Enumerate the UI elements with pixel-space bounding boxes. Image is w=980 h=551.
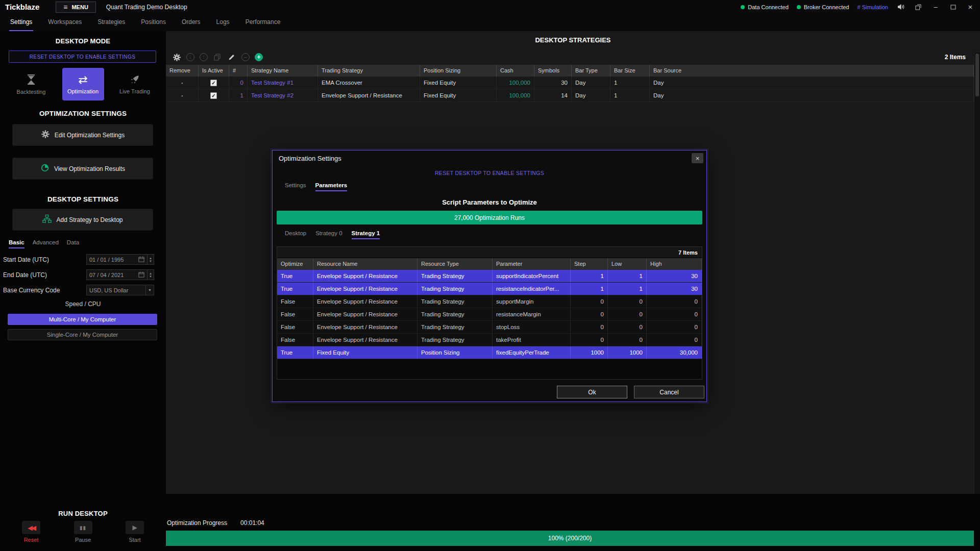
strategy-name-link[interactable]: Test Strategy #1 [248,77,318,89]
speaker-icon[interactable] [896,3,905,12]
column-header[interactable]: Is Active [199,65,229,77]
dialog-tab[interactable]: Settings [285,182,306,191]
start-date-field[interactable]: 01 / 01 / 1995 ▲ ▼ [86,254,154,265]
mode-optimization-button[interactable]: ⇄ Optimization [62,68,104,101]
dialog-reset-link[interactable]: RESET DESKTOP TO ENABLE SETTINGS [273,170,706,176]
remove-cell[interactable]: ▪ [166,89,199,102]
optimize-cell[interactable]: False [277,334,313,346]
date-spinner[interactable]: ▲ ▼ [147,270,154,280]
column-header[interactable]: Bar Size [610,65,650,77]
optimize-cell[interactable]: True [277,346,313,359]
calendar-icon[interactable] [138,271,144,279]
column-header[interactable]: Position Sizing [420,65,497,77]
column-header[interactable]: Parameter [493,258,571,270]
column-header[interactable]: Trading Strategy [318,65,420,77]
date-spinner[interactable]: ▲ ▼ [147,255,154,264]
optimize-cell[interactable]: False [277,321,313,333]
parameter-row[interactable]: False Envelope Support / Resistance Trad… [277,295,702,308]
close-icon[interactable]: × [966,3,975,11]
column-header[interactable]: Cash [497,65,534,77]
strategy-row[interactable]: ▪ ✓ 0 Test Strategy #1 EMA Crossover Fix… [166,77,974,89]
column-header[interactable]: Resource Name [313,258,418,270]
scrollbar-thumb[interactable] [975,54,979,96]
column-header[interactable]: Symbols [534,65,572,77]
vertical-scrollbar[interactable] [974,53,980,494]
start-button[interactable]: ▶ Start [116,521,154,543]
settings-sub-tab[interactable]: Advanced [33,239,59,248]
strategy-row[interactable]: ▪ ✓ 1 Test Strategy #2 Envelope Support … [166,89,974,102]
add-strategy-button[interactable]: Add Strategy to Desktop [12,209,153,231]
move-down-icon[interactable]: ↓ [186,53,194,61]
active-checkbox[interactable]: ✓ [210,80,217,86]
duplicate-icon[interactable] [213,53,222,62]
high-cell[interactable]: 30 [647,270,702,282]
remove-cell[interactable]: ▪ [166,77,199,89]
low-cell[interactable]: 1 [608,270,647,282]
mode-live-trading-button[interactable]: Live Trading [114,68,156,101]
active-checkbox[interactable]: ✓ [210,92,217,99]
low-cell[interactable]: 1000 [608,346,647,359]
float-window-icon[interactable] [914,3,923,12]
high-cell[interactable]: 0 [647,321,702,333]
high-cell[interactable]: 30 [647,283,702,295]
column-header[interactable]: Strategy Name [248,65,318,77]
step-cell[interactable]: 1 [571,270,608,282]
strategy-tab[interactable]: Desktop [285,230,306,239]
parameter-row[interactable]: False Envelope Support / Resistance Trad… [277,334,702,346]
step-cell[interactable]: 0 [571,308,608,320]
remove-strategy-icon[interactable]: – [241,53,250,61]
parameter-row[interactable]: True Envelope Support / Resistance Tradi… [277,283,702,295]
strategy-name-link[interactable]: Test Strategy #2 [248,89,318,102]
optimize-cell[interactable]: True [277,270,313,282]
high-cell[interactable]: 0 [647,295,702,308]
nav-tab[interactable]: Settings [9,14,33,31]
column-header[interactable]: Low [608,258,647,270]
strategy-tab[interactable]: Strategy 0 [315,230,342,239]
spinner-down-icon[interactable]: ▼ [148,260,154,263]
mode-backtesting-button[interactable]: Backtesting [10,68,52,101]
edit-pencil-icon[interactable] [227,53,236,62]
column-header[interactable]: Step [571,258,608,270]
base-currency-select[interactable]: USD, US Dollar ▼ [86,285,154,295]
low-cell[interactable]: 0 [608,308,647,320]
step-cell[interactable]: 0 [571,321,608,333]
dialog-tab[interactable]: Parameters [315,182,348,191]
low-cell[interactable]: 0 [608,295,647,308]
parameter-row[interactable]: True Envelope Support / Resistance Tradi… [277,270,702,283]
nav-tab[interactable]: Strategies [96,14,126,31]
high-cell[interactable]: 0 [647,334,702,346]
reset-desktop-button[interactable]: RESET DESKTOP TO ENABLE SETTINGS [9,51,156,63]
remove-bullet-icon[interactable]: ▪ [181,93,183,98]
step-cell[interactable]: 0 [571,334,608,346]
settings-sub-tab[interactable]: Data [67,239,79,248]
nav-tab[interactable]: Positions [140,14,167,31]
dialog-close-icon[interactable]: × [692,153,703,163]
settings-sub-tab[interactable]: Basic [9,239,24,248]
step-cell[interactable]: 1 [571,283,608,295]
is-active-cell[interactable]: ✓ [199,89,229,102]
single-core-button[interactable]: Single-Core / My Computer [8,329,157,340]
column-header[interactable]: Bar Source [650,65,974,77]
menu-button[interactable]: ≡ MENU [56,2,96,13]
calendar-icon[interactable] [138,256,144,263]
step-cell[interactable]: 1000 [571,346,608,359]
column-header[interactable]: Optimize [277,258,313,270]
column-header[interactable]: Bar Type [572,65,610,77]
spinner-down-icon[interactable]: ▼ [148,275,154,278]
low-cell[interactable]: 0 [608,334,647,346]
nav-tab[interactable]: Orders [181,14,202,31]
optimize-cell[interactable]: True [277,283,313,295]
parameter-row[interactable]: True Fixed Equity Position Sizing fixedE… [277,346,702,359]
column-header[interactable]: Resource Type [418,258,493,270]
nav-tab[interactable]: Workspaces [47,14,83,31]
optimize-cell[interactable]: False [277,308,313,320]
multi-core-button[interactable]: Multi-Core / My Computer [8,314,157,325]
minimize-icon[interactable]: – [931,3,940,11]
settings-gear-icon[interactable] [172,53,181,62]
reset-button[interactable]: ◀◀ Reset [12,521,50,543]
pause-button[interactable]: ▮▮ Pause [64,521,102,543]
cancel-button[interactable]: Cancel [634,386,704,398]
remove-bullet-icon[interactable]: ▪ [181,81,183,86]
ok-button[interactable]: Ok [557,386,627,398]
chevron-down-icon[interactable]: ▼ [145,285,154,295]
